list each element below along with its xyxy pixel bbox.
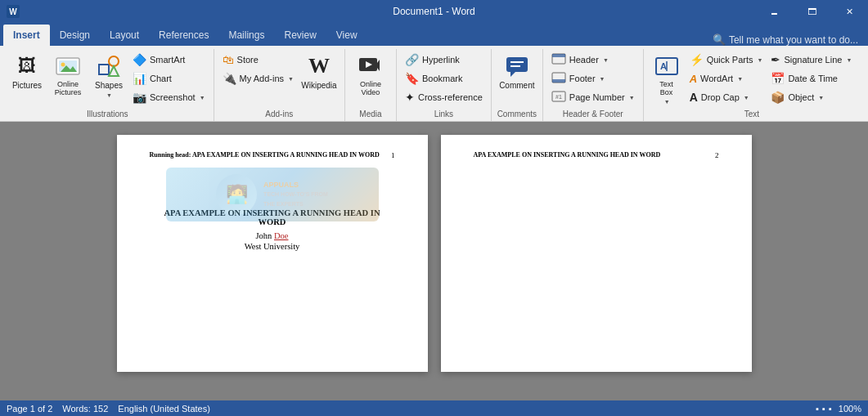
links-buttons: 🔗 Hyperlink 🔖 Bookmark ✦ Cross-reference xyxy=(402,49,486,108)
text-box-icon: A xyxy=(654,53,680,79)
tell-me-input[interactable]: 🔍 Tell me what you want to do... xyxy=(703,34,868,46)
header-footer-group-label: Header & Footer xyxy=(548,108,638,121)
wordart-button[interactable]: A WordArt ▼ xyxy=(686,69,767,87)
ribbon-tabs: Insert Design Layout References Mailings… xyxy=(0,23,868,46)
title-bar: W Document1 - Word 🗕 🗖 ✕ xyxy=(0,0,868,23)
word-count: Words: 152 xyxy=(62,404,108,414)
header-footer-col: Header ▼ Footer ▼ xyxy=(548,51,638,106)
addins-buttons: 🛍 Store 🔌 My Add-ins ▼ W Wikipedia xyxy=(219,49,340,108)
group-addins: 🛍 Store 🔌 My Add-ins ▼ W Wikipedia Add-i… xyxy=(214,49,345,121)
print-layout-icon[interactable]: ▪ xyxy=(816,404,819,414)
page-1-institution: West University xyxy=(150,242,395,251)
tab-mailings[interactable]: Mailings xyxy=(218,25,274,46)
wikipedia-icon: W xyxy=(306,53,332,79)
window-controls: 🗕 🗖 ✕ xyxy=(755,0,868,23)
chart-button[interactable]: 📊 Chart xyxy=(129,69,209,87)
smartart-button[interactable]: 🔷 SmartArt xyxy=(129,51,209,69)
screenshot-button[interactable]: 📷 Screenshot ▼ xyxy=(129,88,209,106)
store-icon: 🛍 xyxy=(223,53,234,66)
header-button[interactable]: Header ▼ xyxy=(548,51,638,69)
page-1: Running head: APA EXAMPLE ON INSERTING A… xyxy=(117,135,428,372)
page-number-button[interactable]: #1 Page Number ▼ xyxy=(548,88,638,106)
links-group-label: Links xyxy=(402,108,486,121)
store-button[interactable]: 🛍 Store xyxy=(219,51,297,69)
my-addins-icon: 🔌 xyxy=(223,72,236,85)
header-footer-buttons: Header ▼ Footer ▼ xyxy=(548,49,638,108)
online-pictures-icon xyxy=(55,53,81,79)
quick-parts-button[interactable]: ⚡ Quick Parts ▼ xyxy=(686,51,767,69)
drop-cap-button[interactable]: A Drop Cap ▼ xyxy=(686,88,767,106)
text-box-button[interactable]: A TextBox ▼ xyxy=(649,51,685,108)
text-group-label: Text xyxy=(649,108,856,121)
text-buttons: A TextBox ▼ ⚡ Quick Parts ▼ A WordArt ▼ xyxy=(649,49,856,108)
addins-group-label: Add-ins xyxy=(219,108,340,121)
group-comments: Comment Comments xyxy=(492,49,543,121)
page-1-number: 1 xyxy=(391,151,395,159)
close-button[interactable]: ✕ xyxy=(830,0,868,23)
tab-review[interactable]: Review xyxy=(274,25,326,46)
comment-icon xyxy=(504,53,530,79)
svg-marker-11 xyxy=(510,72,515,77)
hyperlink-icon: 🔗 xyxy=(405,53,419,66)
my-addins-button[interactable]: 🔌 My Add-ins ▼ xyxy=(219,69,297,87)
pictures-icon: 🖼 xyxy=(14,53,40,79)
cross-reference-icon: ✦ xyxy=(405,91,415,104)
text-col: ⚡ Quick Parts ▼ A WordArt ▼ A Drop Cap ▼ xyxy=(686,51,767,106)
group-media: OnlineVideo Media xyxy=(345,49,397,121)
wikipedia-button[interactable]: W Wikipedia xyxy=(299,51,340,93)
svg-marker-8 xyxy=(377,60,380,71)
web-layout-icon[interactable]: ▪ xyxy=(822,404,825,414)
svg-rect-10 xyxy=(506,57,528,72)
text-col2: ✒ Signature Line ▼ 📅 Date & Time 📦 Objec… xyxy=(767,51,855,106)
ribbon-content: 🖼 Pictures OnlinePictures xyxy=(0,46,868,122)
tab-references[interactable]: References xyxy=(149,25,218,46)
page-info: Page 1 of 2 xyxy=(7,404,52,414)
comments-group-label: Comments xyxy=(497,108,537,121)
tab-insert[interactable]: Insert xyxy=(3,25,50,46)
drop-cap-icon: A xyxy=(690,91,698,104)
illustrations-group-label: Illustrations xyxy=(7,108,209,121)
hyperlink-button[interactable]: 🔗 Hyperlink xyxy=(402,51,486,69)
media-buttons: OnlineVideo xyxy=(350,49,391,108)
page-2-running-head: APA EXAMPLE ON INSERTING A RUNNING HEAD … xyxy=(474,151,661,159)
illustrations-buttons: 🖼 Pictures OnlinePictures xyxy=(7,49,209,108)
page-1-content: APA EXAMPLE ON INSERTING A RUNNING HEAD … xyxy=(150,208,395,251)
maximize-button[interactable]: 🗖 xyxy=(793,0,830,23)
media-group-label: Media xyxy=(350,108,391,121)
svg-text:#1: #1 xyxy=(555,94,562,100)
links-col: 🔗 Hyperlink 🔖 Bookmark ✦ Cross-reference xyxy=(402,51,486,106)
outline-icon[interactable]: ▪ xyxy=(829,404,832,414)
view-mode-icons: ▪ ▪ ▪ xyxy=(816,404,832,414)
comment-button[interactable]: Comment xyxy=(497,51,537,93)
object-icon: 📦 xyxy=(771,91,785,104)
online-pictures-button[interactable]: OnlinePictures xyxy=(47,51,88,100)
quick-parts-icon: ⚡ xyxy=(690,53,704,66)
minimize-button[interactable]: 🗕 xyxy=(755,0,793,23)
document-area: Running head: APA EXAMPLE ON INSERTING A… xyxy=(0,122,868,400)
watermark-text: APPUALSTECH HOW-TO'S FROMTHE EXPERTS xyxy=(263,181,328,209)
tab-layout[interactable]: Layout xyxy=(100,25,149,46)
cross-reference-button[interactable]: ✦ Cross-reference xyxy=(402,88,486,106)
footer-icon xyxy=(551,72,566,86)
svg-text:A: A xyxy=(660,61,667,71)
group-text: A TextBox ▼ ⚡ Quick Parts ▼ A WordArt ▼ xyxy=(644,49,861,121)
shapes-button[interactable]: Shapes ▼ xyxy=(88,51,129,101)
pictures-button[interactable]: 🖼 Pictures xyxy=(7,51,47,93)
smartart-icon: 🔷 xyxy=(133,53,146,66)
signature-line-button[interactable]: ✒ Signature Line ▼ xyxy=(767,51,855,69)
bookmark-button[interactable]: 🔖 Bookmark xyxy=(402,69,486,87)
date-time-icon: 📅 xyxy=(771,72,785,85)
page-2-number: 2 xyxy=(715,151,719,159)
tab-design[interactable]: Design xyxy=(50,25,100,46)
group-illustrations: 🖼 Pictures OnlinePictures xyxy=(2,49,214,121)
wordart-icon: A xyxy=(690,73,697,85)
bookmark-icon: 🔖 xyxy=(405,72,419,85)
date-time-button[interactable]: 📅 Date & Time xyxy=(767,69,855,87)
object-button[interactable]: 📦 Object ▼ xyxy=(767,88,855,106)
tab-view[interactable]: View xyxy=(326,25,367,46)
group-links: 🔗 Hyperlink 🔖 Bookmark ✦ Cross-reference… xyxy=(397,49,492,121)
svg-point-2 xyxy=(61,63,65,67)
online-video-button[interactable]: OnlineVideo xyxy=(350,51,391,100)
footer-button[interactable]: Footer ▼ xyxy=(548,69,638,87)
online-video-icon xyxy=(358,53,384,79)
